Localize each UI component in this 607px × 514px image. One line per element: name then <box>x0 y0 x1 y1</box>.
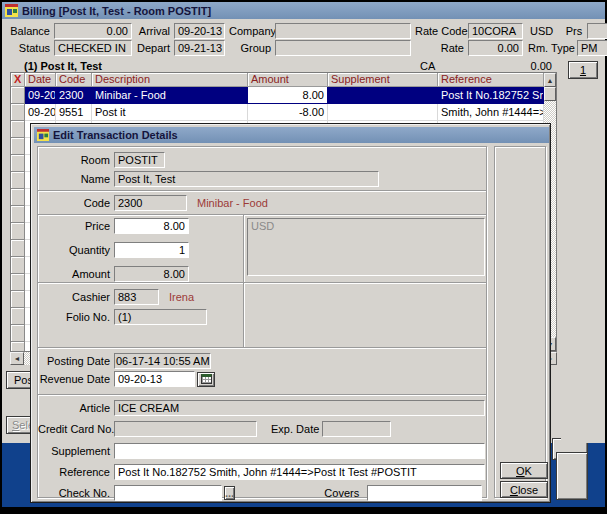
revenue-date-input[interactable] <box>114 371 195 387</box>
col-header-reference: Reference <box>438 73 544 87</box>
empty-cell <box>11 121 25 138</box>
folio-payment-type: CA <box>420 60 435 72</box>
code-field: 2300 <box>114 195 187 211</box>
empty-cell <box>11 189 25 206</box>
edit-transaction-dialog: Edit Transaction Details Room POSTIT Nam… <box>30 123 551 503</box>
info-row-1: Balance 0.00 Arrival 09-20-13 Company Ra… <box>4 23 603 39</box>
amount-label: Amount <box>38 268 110 280</box>
folio-window-title: (1) Post It, Test <box>24 60 102 72</box>
cell-amount[interactable]: 8.00 <box>248 87 328 104</box>
empty-cell <box>11 325 25 342</box>
folio-balance: 0.00 <box>460 60 552 72</box>
empty-cell <box>11 274 25 291</box>
row-marker-cell[interactable] <box>11 104 25 121</box>
cell-date[interactable]: 09-20 <box>25 87 56 104</box>
exp-date-field <box>322 421 391 437</box>
group-label: Group <box>229 42 271 54</box>
cell-date[interactable]: 09-20 <box>25 104 56 121</box>
price-label: Price <box>38 220 110 232</box>
col-header-code: Code <box>56 73 92 87</box>
dialog-titlebar: Edit Transaction Details <box>34 127 549 143</box>
empty-cell <box>11 172 25 189</box>
depart-label: Depart <box>136 42 170 54</box>
calendar-button[interactable] <box>197 372 215 387</box>
col-header-x: X <box>11 73 25 87</box>
check-no-input[interactable] <box>114 485 222 501</box>
cashier-name-text: Irena <box>169 291 194 303</box>
section-cashier: Cashier 883 Irena Folio No. (1) <box>38 282 486 347</box>
prs-field: 0 <box>587 23 607 39</box>
section-guest: Room POSTIT Name Post It, Test <box>38 147 486 190</box>
depart-field: 09-21-13 <box>174 40 225 56</box>
arrival-label: Arrival <box>136 25 170 37</box>
ok-button[interactable]: OK <box>500 462 548 479</box>
scroll-top-icon[interactable]: ▲ <box>544 73 556 87</box>
code-label: Code <box>38 197 110 209</box>
table-row-selected[interactable]: 09-20 2300 Minibar - Food 8.00 Post It N… <box>11 87 544 104</box>
cell-description[interactable]: Minibar - Food <box>92 87 248 104</box>
cell-reference[interactable]: Post It No.182752 Smith, <box>438 87 544 104</box>
empty-cell <box>11 223 25 240</box>
calendar-icon <box>201 374 212 384</box>
group-field <box>275 40 411 56</box>
cell-supplement[interactable] <box>328 87 438 104</box>
cell-supplement[interactable] <box>328 104 438 121</box>
supplement-label: Supplement <box>38 445 110 457</box>
info-row-2: Status CHECKED IN Depart 09-21-13 Group … <box>4 40 603 56</box>
section-code: Code 2300 Minibar - Food <box>38 190 486 214</box>
arrival-field: 09-20-13 <box>174 23 225 39</box>
balance-field: 0.00 <box>54 23 132 39</box>
folio-no-label: Folio No. <box>38 311 110 323</box>
quantity-input[interactable] <box>114 242 189 258</box>
credit-card-label: Credit Card No. <box>38 423 110 435</box>
rm-type-field: PM <box>577 40 607 56</box>
cell-amount[interactable]: -8.00 <box>248 104 328 121</box>
scroll-left-icon[interactable]: ◄ <box>10 352 24 365</box>
folio-window-1-button[interactable]: 1 <box>568 61 598 79</box>
dialog-title: Edit Transaction Details <box>53 129 178 141</box>
col-header-amount: Amount <box>248 73 328 87</box>
rate-code-label: Rate Code <box>415 25 464 37</box>
prs-label: Prs <box>562 25 582 37</box>
rm-type-label: Rm. Type <box>528 42 573 54</box>
cell-reference[interactable]: Smith, John #1444=>Post <box>438 104 544 121</box>
section-price: Price Quantity Amount 8.00 USD <box>38 214 486 282</box>
reference-input[interactable] <box>114 464 485 480</box>
folio-no-field: (1) <box>114 309 207 325</box>
posting-date-field: 06-17-14 10:55 AM <box>114 353 211 369</box>
row-marker-cell[interactable] <box>11 87 25 104</box>
article-label: Article <box>38 402 110 414</box>
supplement-input[interactable] <box>114 443 485 459</box>
cell-description[interactable]: Post it <box>92 104 248 121</box>
rate-label: Rate <box>415 42 464 54</box>
status-field: CHECKED IN <box>54 40 132 56</box>
company-label: Company <box>229 25 271 37</box>
rate-field: 0.00 <box>468 40 523 56</box>
empty-cell <box>11 342 25 351</box>
exp-date-label: Exp. Date <box>271 423 314 435</box>
window-titlebar: Billing [Post It, Test - Room POSTIT] <box>2 2 605 19</box>
cell-code[interactable]: 9551 <box>56 104 92 121</box>
covers-input[interactable] <box>367 485 482 501</box>
table-row[interactable]: 09-20 9551 Post it -8.00 Smith, John #14… <box>11 104 544 121</box>
check-lookup-button[interactable]: ... <box>224 486 235 500</box>
balance-label: Balance <box>4 25 50 37</box>
revenue-date-label: Revenue Date <box>38 373 110 385</box>
covers-label: Covers <box>279 487 359 499</box>
close-button[interactable]: Close <box>500 481 548 498</box>
code-description-text: Minibar - Food <box>197 197 268 209</box>
rate-code-field: 10CORA <box>468 23 523 39</box>
credit-card-field <box>114 421 257 437</box>
price-input[interactable] <box>114 218 189 234</box>
empty-cell <box>11 257 25 274</box>
cell-code[interactable]: 2300 <box>56 87 92 104</box>
empty-cell <box>11 206 25 223</box>
billing-window: Billing [Post It, Test - Room POSTIT] Ba… <box>0 0 607 514</box>
scrollbar-thumb[interactable] <box>544 87 556 101</box>
check-no-label: Check No. <box>38 487 110 499</box>
folio-window-panel <box>561 58 605 443</box>
room-field: POSTIT <box>114 152 165 168</box>
col-header-supplement: Supplement <box>328 73 438 87</box>
company-field <box>275 23 411 39</box>
dialog-button-column <box>494 146 546 498</box>
